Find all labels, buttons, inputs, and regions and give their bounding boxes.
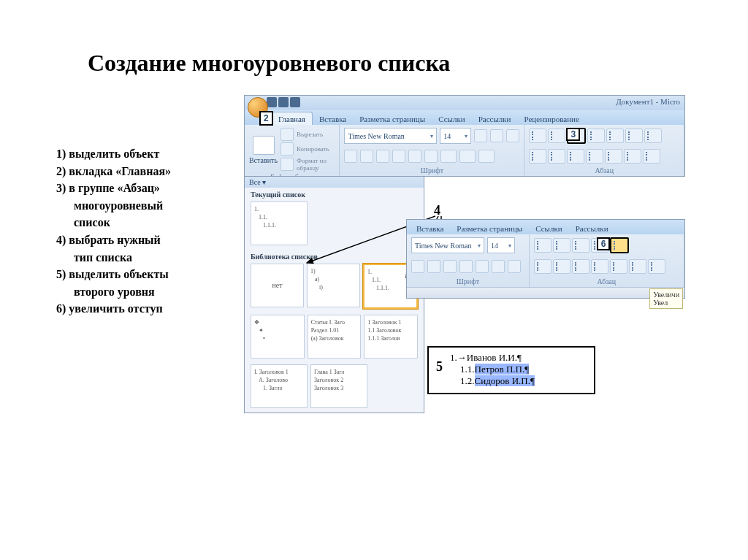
bullets2-button[interactable] <box>534 238 552 253</box>
step-6: 6) увеличить отступ <box>56 301 232 317</box>
tab2-layout[interactable]: Разметка страницы <box>450 222 529 234</box>
ex5-line2: 1.1.Петров П.П.¶ <box>450 364 535 375</box>
strike2-button[interactable] <box>459 260 473 273</box>
font-family-value: Times New Roman <box>348 132 404 140</box>
line-spacing-button[interactable] <box>605 149 622 164</box>
clear-format-button[interactable] <box>506 129 519 142</box>
list-thumb-none[interactable]: нет <box>251 264 304 307</box>
list-thumb-2[interactable]: 1) a) i) <box>307 264 360 307</box>
callout-2: 2 <box>259 111 273 126</box>
italic2-button[interactable] <box>427 260 440 273</box>
multilevel-list-button[interactable]: 3 <box>567 128 586 144</box>
align-center2[interactable] <box>553 259 570 274</box>
paste-icon <box>253 136 275 155</box>
justify-button[interactable] <box>586 149 603 164</box>
thumb-line: 1. Загло <box>254 384 304 392</box>
list-thumb-8[interactable]: Глава 1 Загл Заголовок 2 Заголовок 3 <box>310 364 367 408</box>
thumb-line: I. Заголовок 1 <box>254 368 304 376</box>
tooltip-line: Увел <box>653 299 679 307</box>
font-size-value: 14 <box>443 132 451 140</box>
sup2-button[interactable] <box>492 260 505 273</box>
tab-review[interactable]: Рецензирование <box>518 112 586 125</box>
borders2[interactable] <box>648 259 665 274</box>
highlight-button[interactable] <box>459 150 476 163</box>
case-button[interactable] <box>440 150 457 163</box>
list-thumb-5[interactable]: Статья I. Заго Раздел 1.01 (a) Заголовок <box>308 315 362 358</box>
shading-button[interactable] <box>624 149 641 164</box>
qat-undo-icon[interactable] <box>278 97 289 107</box>
qat-redo-icon[interactable] <box>290 97 300 107</box>
underline-button[interactable] <box>376 150 389 163</box>
font2-family-select[interactable]: Times New Roman <box>411 237 484 253</box>
step-5: 5) выделить объекты <box>56 266 232 283</box>
paragraph2-group-label: Абзац <box>534 277 679 285</box>
step-4-line2: тип списка <box>56 250 232 266</box>
strike-button[interactable] <box>392 150 405 163</box>
step-3: 3) в группе «Абзац» <box>56 180 232 196</box>
align-right2[interactable] <box>572 259 589 274</box>
color2-button[interactable] <box>508 260 521 273</box>
tab2-insert[interactable]: Вставка <box>410 222 450 234</box>
borders-button[interactable] <box>643 149 660 164</box>
font2-size-select[interactable]: 14 <box>487 237 515 253</box>
align-left2[interactable] <box>534 259 552 274</box>
callout-3: 3 <box>566 128 580 141</box>
numbering2-button[interactable] <box>553 238 570 253</box>
ribbon-tabs: 2 Главная Вставка Разметка страницы Ссыл… <box>245 110 684 125</box>
font-family-select[interactable]: Times New Roman <box>344 128 437 144</box>
shrink-font-button[interactable] <box>490 129 503 142</box>
decrease-indent-button[interactable] <box>587 129 605 143</box>
bold-button[interactable] <box>344 150 357 163</box>
list-thumb-6[interactable]: 1 Заголовок 1 1.1 Заголовок 1.1.1 Заголо… <box>364 315 418 358</box>
multilevel-dropdown: Все ▾ Текущий список 1. 1.1. 1.1.1. Библ… <box>244 176 424 413</box>
tab-home[interactable]: Главная <box>271 112 313 125</box>
sub2-button[interactable] <box>476 260 489 273</box>
ribbon-secondary: Вставка Разметка страницы Ссылки Рассылк… <box>406 219 685 299</box>
tab2-refs[interactable]: Ссылки <box>529 222 568 234</box>
quick-access-toolbar[interactable] <box>267 97 300 107</box>
tab-mail[interactable]: Рассылки <box>472 112 518 125</box>
cut-button[interactable]: Вырезать <box>280 128 335 141</box>
bold2-button[interactable] <box>411 260 424 273</box>
show-marks-button[interactable] <box>644 129 662 143</box>
increase-indent-button[interactable] <box>606 129 624 143</box>
subscript-button[interactable] <box>408 150 421 163</box>
tab-layout[interactable]: Разметка страницы <box>353 112 432 125</box>
dropdown-filter-bar[interactable]: Все ▾ <box>245 177 424 188</box>
thumb-line: Раздел 1.01 <box>311 326 358 334</box>
ex5-l2-num: 1.1. <box>450 364 475 375</box>
tab-refs[interactable]: Ссылки <box>432 112 471 125</box>
group-font: Times New Roman 14 Шрифт <box>340 125 524 176</box>
thumb-line: 1) <box>310 267 356 275</box>
numbering-button[interactable] <box>548 129 565 143</box>
paste-button[interactable]: Вставить <box>249 136 278 164</box>
font-color-button[interactable] <box>478 150 495 163</box>
copy-icon <box>280 142 294 156</box>
bullets-button[interactable] <box>529 129 546 143</box>
qat-save-icon[interactable] <box>267 97 277 107</box>
copy-button[interactable]: Копировать <box>280 142 335 156</box>
align-left-button[interactable] <box>529 149 546 164</box>
justify2[interactable] <box>591 259 608 274</box>
tab2-mail[interactable]: Рассылки <box>569 222 615 234</box>
spacing2[interactable] <box>610 259 627 274</box>
shading2[interactable] <box>629 259 646 274</box>
callout-6: 6 <box>597 237 611 250</box>
underline2-button[interactable] <box>443 260 457 273</box>
sort-button[interactable] <box>625 129 643 143</box>
multilevel2-button[interactable] <box>572 238 589 253</box>
increase-indent2-button[interactable]: 6 <box>610 237 629 253</box>
list-thumb-current[interactable]: 1. 1.1. 1.1.1. <box>251 202 308 245</box>
grow-font-button[interactable] <box>474 129 487 142</box>
thumb-line: ❖ <box>254 318 301 326</box>
align-center-button[interactable] <box>548 149 565 164</box>
format-painter-button[interactable]: Формат по образцу <box>280 157 335 172</box>
align-right-button[interactable] <box>567 149 584 164</box>
superscript-button[interactable] <box>424 150 438 163</box>
list-thumb-4[interactable]: ❖ ✦ • <box>251 315 305 358</box>
tab-insert[interactable]: Вставка <box>313 112 353 125</box>
thumb-line: 1 Заголовок 1 <box>367 318 414 326</box>
italic-button[interactable] <box>360 150 373 163</box>
list-thumb-7[interactable]: I. Заголовок 1 A. Заголово 1. Загло <box>251 364 308 408</box>
font-size-select[interactable]: 14 <box>440 128 471 144</box>
